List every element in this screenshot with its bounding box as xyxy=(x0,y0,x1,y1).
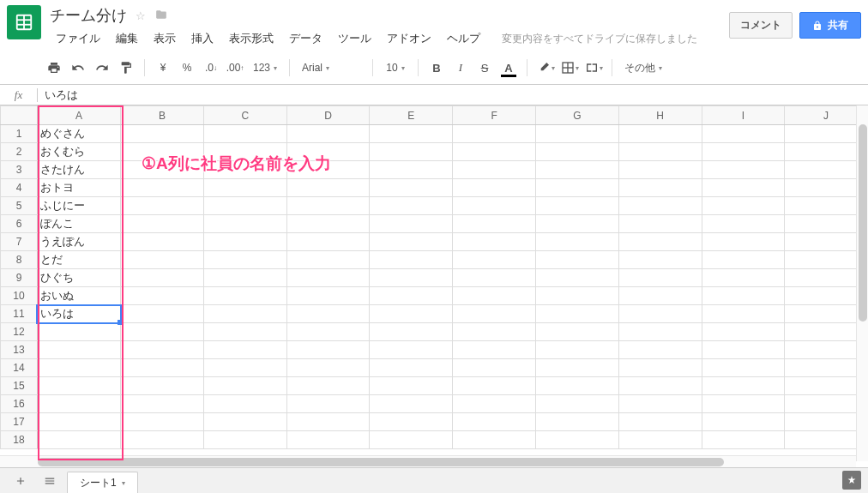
horizontal-scrollbar[interactable] xyxy=(0,455,856,467)
cell-E7[interactable] xyxy=(370,233,453,251)
row-header-11[interactable]: 11 xyxy=(1,305,38,323)
cell-H8[interactable] xyxy=(618,251,702,269)
cell-I17[interactable] xyxy=(702,413,785,431)
cell-C18[interactable] xyxy=(203,431,286,449)
cell-G11[interactable] xyxy=(535,305,618,323)
vertical-scrollbar[interactable] xyxy=(856,105,868,461)
cell-H11[interactable] xyxy=(618,305,702,323)
cell-A4[interactable]: おトヨ xyxy=(37,179,120,197)
menu-help[interactable]: ヘルプ xyxy=(441,29,486,48)
cell-I12[interactable] xyxy=(702,323,785,341)
cell-G8[interactable] xyxy=(535,251,618,269)
cell-I15[interactable] xyxy=(702,377,785,395)
cell-G16[interactable] xyxy=(535,395,618,413)
cell-I5[interactable] xyxy=(702,197,785,215)
cell-B4[interactable] xyxy=(121,179,204,197)
cell-F14[interactable] xyxy=(453,359,536,377)
cell-I3[interactable] xyxy=(702,161,785,179)
col-header-E[interactable]: E xyxy=(370,106,453,125)
sheet-tab-1[interactable]: シート1▾ xyxy=(67,472,138,494)
cell-A7[interactable]: うえぽん xyxy=(37,233,120,251)
cell-H10[interactable] xyxy=(618,287,702,305)
cell-F6[interactable] xyxy=(453,215,536,233)
cell-E5[interactable] xyxy=(370,197,453,215)
fill-color-button[interactable]: ▾ xyxy=(534,57,557,79)
menu-addons[interactable]: アドオン xyxy=(381,29,437,48)
cell-E17[interactable] xyxy=(370,413,453,431)
cell-B5[interactable] xyxy=(121,197,204,215)
cell-A13[interactable] xyxy=(37,341,120,359)
cell-G7[interactable] xyxy=(535,233,618,251)
cell-B3[interactable] xyxy=(121,161,204,179)
col-header-C[interactable]: C xyxy=(203,106,286,125)
cell-F7[interactable] xyxy=(453,233,536,251)
cell-C7[interactable] xyxy=(203,233,286,251)
cell-A11[interactable]: いろは xyxy=(37,305,120,323)
cell-G12[interactable] xyxy=(535,323,618,341)
cell-A9[interactable]: ひぐち xyxy=(37,269,120,287)
cell-C16[interactable] xyxy=(203,395,286,413)
font-size-drop[interactable]: 10▾ xyxy=(380,57,411,79)
cell-J17[interactable] xyxy=(785,413,868,431)
add-sheet-button[interactable] xyxy=(9,472,33,490)
increase-decimal-button[interactable]: .00↑ xyxy=(224,57,246,79)
cell-A14[interactable] xyxy=(37,359,120,377)
fx-label[interactable]: fx xyxy=(0,88,38,102)
col-header-J[interactable]: J xyxy=(785,106,868,125)
cell-B14[interactable] xyxy=(121,359,204,377)
cell-I11[interactable] xyxy=(702,305,785,323)
cell-C13[interactable] xyxy=(203,341,286,359)
cell-H14[interactable] xyxy=(618,359,702,377)
undo-button[interactable] xyxy=(67,57,89,79)
cell-I9[interactable] xyxy=(702,269,785,287)
cell-D5[interactable] xyxy=(286,197,370,215)
cell-C2[interactable] xyxy=(203,143,286,161)
cell-F3[interactable] xyxy=(453,161,536,179)
cell-D13[interactable] xyxy=(286,341,370,359)
formula-input[interactable]: いろは xyxy=(38,87,868,103)
cell-G6[interactable] xyxy=(535,215,618,233)
cell-H1[interactable] xyxy=(618,125,702,143)
font-family-drop[interactable]: Arial▾ xyxy=(297,57,365,79)
cell-D9[interactable] xyxy=(286,269,370,287)
cell-A1[interactable]: めぐさん xyxy=(37,125,120,143)
cell-J1[interactable] xyxy=(785,125,868,143)
cell-D7[interactable] xyxy=(286,233,370,251)
cell-E9[interactable] xyxy=(370,269,453,287)
cell-A10[interactable]: おいぬ xyxy=(37,287,120,305)
row-header-15[interactable]: 15 xyxy=(1,377,38,395)
cell-B2[interactable] xyxy=(121,143,204,161)
cell-G13[interactable] xyxy=(535,341,618,359)
cell-F17[interactable] xyxy=(453,413,536,431)
cell-B13[interactable] xyxy=(121,341,204,359)
cell-C12[interactable] xyxy=(203,323,286,341)
row-header-3[interactable]: 3 xyxy=(1,161,38,179)
cell-B7[interactable] xyxy=(121,233,204,251)
cell-G10[interactable] xyxy=(535,287,618,305)
cell-I7[interactable] xyxy=(702,233,785,251)
app-logo[interactable] xyxy=(7,5,41,39)
cell-J2[interactable] xyxy=(785,143,868,161)
cell-F16[interactable] xyxy=(453,395,536,413)
col-header-H[interactable]: H xyxy=(618,106,702,125)
cell-D4[interactable] xyxy=(286,179,370,197)
cell-D12[interactable] xyxy=(286,323,370,341)
cell-C10[interactable] xyxy=(203,287,286,305)
cell-E1[interactable] xyxy=(370,125,453,143)
cell-B8[interactable] xyxy=(121,251,204,269)
cell-E11[interactable] xyxy=(370,305,453,323)
cell-F8[interactable] xyxy=(453,251,536,269)
cell-E4[interactable] xyxy=(370,179,453,197)
row-header-18[interactable]: 18 xyxy=(1,431,38,449)
cell-D8[interactable] xyxy=(286,251,370,269)
cell-F10[interactable] xyxy=(453,287,536,305)
cell-E13[interactable] xyxy=(370,341,453,359)
row-header-13[interactable]: 13 xyxy=(1,341,38,359)
merge-button[interactable]: ▾ xyxy=(582,57,605,79)
cell-H17[interactable] xyxy=(618,413,702,431)
cell-J10[interactable] xyxy=(785,287,868,305)
cell-E15[interactable] xyxy=(370,377,453,395)
row-header-5[interactable]: 5 xyxy=(1,197,38,215)
cell-J12[interactable] xyxy=(785,323,868,341)
cell-H12[interactable] xyxy=(618,323,702,341)
